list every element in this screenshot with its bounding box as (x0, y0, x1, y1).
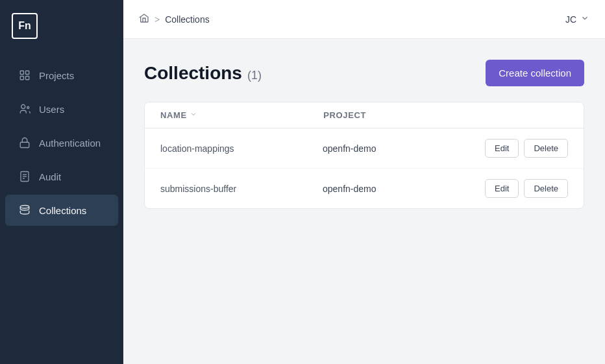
svg-rect-0 (20, 71, 23, 74)
collection-name-0[interactable]: location-mappings (160, 143, 323, 154)
projects-icon (18, 69, 31, 82)
collection-name-1[interactable]: submissions-buffer (160, 184, 323, 194)
svg-point-5 (27, 106, 29, 108)
user-initials: JC (565, 14, 576, 25)
svg-point-4 (21, 104, 25, 108)
svg-rect-3 (26, 77, 29, 80)
chevron-down-icon (580, 14, 589, 25)
sidebar: Fn Projects Users Authentication (0, 0, 123, 364)
sidebar-item-audit[interactable]: Audit (5, 161, 118, 192)
breadcrumb-home-icon[interactable] (139, 13, 149, 25)
sort-name-icon[interactable] (190, 110, 197, 120)
col-header-name: NAME (160, 110, 323, 120)
svg-point-11 (20, 206, 29, 209)
topbar: > Collections JC (123, 0, 605, 39)
collection-actions-0: Edit Delete (485, 139, 568, 158)
main-area: > Collections JC Collections (1) Create … (123, 0, 605, 364)
svg-rect-6 (20, 142, 29, 147)
sidebar-nav: Projects Users Authentication Audit (0, 52, 123, 364)
app-logo: Fn (12, 13, 38, 39)
delete-button-0[interactable]: Delete (524, 139, 568, 158)
table-row: submissions-buffer openfn-demo Edit Dele… (145, 169, 584, 208)
sidebar-item-users-label: Users (39, 104, 64, 115)
table-header: NAME PROJECT (145, 103, 584, 128)
create-collection-button[interactable]: Create collection (486, 60, 584, 86)
users-icon (18, 103, 31, 115)
svg-rect-1 (26, 71, 29, 74)
collection-project-0: openfn-demo (323, 143, 485, 154)
svg-rect-2 (20, 77, 23, 80)
page-header: Collections (1) Create collection (144, 60, 584, 86)
breadcrumb: > Collections (139, 13, 210, 25)
page-count: (1) (247, 69, 262, 82)
sidebar-item-audit-label: Audit (39, 171, 61, 182)
collections-icon (18, 204, 31, 217)
sidebar-item-authentication[interactable]: Authentication (5, 127, 118, 158)
page-title: Collections (144, 63, 242, 84)
sidebar-item-collections-label: Collections (39, 205, 86, 216)
collection-actions-1: Edit Delete (485, 179, 568, 198)
authentication-icon (18, 136, 31, 149)
sidebar-item-projects[interactable]: Projects (5, 60, 118, 91)
audit-icon (18, 170, 31, 183)
col-header-project: PROJECT (323, 110, 486, 120)
sidebar-item-authentication-label: Authentication (39, 138, 101, 149)
sidebar-item-projects-label: Projects (39, 70, 74, 81)
edit-button-1[interactable]: Edit (485, 179, 519, 198)
user-menu[interactable]: JC (565, 14, 589, 25)
col-header-actions (486, 110, 568, 120)
page-title-group: Collections (1) (144, 63, 262, 84)
edit-button-0[interactable]: Edit (485, 139, 519, 158)
main-content: Collections (1) Create collection NAME P… (123, 39, 605, 364)
delete-button-1[interactable]: Delete (524, 179, 568, 198)
sidebar-item-collections[interactable]: Collections (5, 195, 118, 226)
collection-project-1: openfn-demo (323, 184, 485, 194)
breadcrumb-current: Collections (165, 14, 209, 25)
table-row: location-mappings openfn-demo Edit Delet… (145, 128, 584, 169)
collections-table: NAME PROJECT location-mappings openfn-de… (144, 102, 584, 209)
breadcrumb-separator: > (154, 14, 160, 25)
sidebar-item-users[interactable]: Users (5, 93, 118, 125)
sidebar-logo: Fn (0, 0, 123, 52)
